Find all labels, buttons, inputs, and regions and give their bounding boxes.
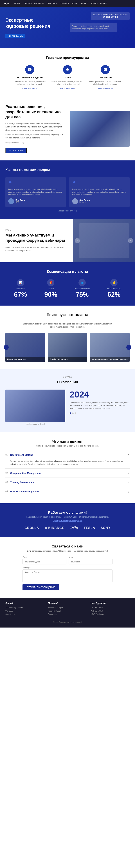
nav-page3[interactable]: PAGE 3 [81, 2, 88, 4]
about-year-text: Lorem ipsum dolor sit amet, consectetur … [70, 401, 130, 410]
footer-col-1-title: Сцарий [5, 602, 44, 604]
talent-card-2-label: Подбор персонала [48, 357, 87, 362]
name-field-group: Name [69, 556, 112, 564]
message-textarea[interactable] [23, 569, 112, 582]
nav-landing[interactable]: LANDING [23, 2, 32, 4]
testimonial-1-text: Lorem ipsum dolor sit amet, consectetur … [8, 188, 63, 196]
hero-phone-label: Звоните 24 часа в сутки 7 дней в неделю [93, 14, 128, 16]
experience-link[interactable]: УЗНАТЬ БОЛЬШЕ [60, 88, 75, 90]
about-dot-1[interactable] [70, 412, 71, 414]
savings-link[interactable]: УЗНАТЬ БОЛЬШЕ [22, 88, 37, 90]
real-solutions-p2: Lorem ipsum dolor sit amet, consectetur … [5, 133, 65, 140]
name-input[interactable] [69, 559, 112, 564]
real-solutions-note: Изображение от Googl [5, 141, 65, 144]
real-solutions-button[interactable]: ЧИТАТЬ ДАЛЕЕ [5, 148, 27, 153]
nav-home[interactable]: HOME [14, 2, 20, 4]
forums-image: ‹ › [73, 219, 135, 262]
flexibility-link[interactable]: УЗНАТЬ БОЛЬШЕ [98, 88, 113, 90]
compensation-section: Компенсации и льготы 📊 Рекрутмент 67% 🎁 … [0, 262, 135, 306]
comp-item-benefits: 🎁 Льготы 90% [44, 279, 57, 298]
about-section: ИЗ ТОГО О компании Изображение от Googl … [0, 369, 135, 432]
nav-page5[interactable]: PAGE 5 [100, 2, 107, 4]
forums-next-button[interactable]: › [128, 238, 133, 243]
forums-section: PAGE Мы активно участвуем и проводим фор… [0, 219, 135, 262]
nav-contact[interactable]: CONTACT [60, 2, 69, 4]
testimonial-2-author: Сэм Лидди Director [72, 198, 127, 204]
savings-text: Lorem ipsum dolor sit amet, consectetur … [13, 80, 46, 86]
about-year: 2024 [70, 390, 130, 400]
message-label: Message [23, 566, 112, 569]
message-field-group: Message [23, 566, 112, 582]
drives-section: Что нами движет Sample Text. Click to ed… [0, 432, 135, 503]
footer-col-1-line-2: Via: 2022 [5, 610, 44, 613]
accordion-num-1: 01. [5, 454, 8, 456]
about-dot-2[interactable] [72, 412, 74, 414]
about-image [5, 390, 65, 422]
footer-col-3-email[interactable]: Info@Email.com [91, 613, 130, 616]
comp-recruitment-label: Рекрутмент [14, 288, 27, 290]
contact-section: Связаться с нами Есть вопросы или нужна … [0, 537, 135, 598]
nav-page4[interactable]: PAGE 4 [91, 2, 98, 4]
about-dot-3[interactable] [75, 412, 76, 414]
partner-logo-binance: ◈ BINANCE [44, 526, 64, 530]
footer-grid: Сцарий All Photos By Takashi Via: 2022 S… [5, 602, 130, 616]
logo[interactable]: logo [4, 2, 9, 5]
nav-page2[interactable]: PAGE 2 [72, 2, 79, 4]
partner-logo-crolla: CROLLA [25, 526, 39, 530]
talent-next-button[interactable]: › [126, 345, 131, 350]
reward-icon: 💰 [110, 279, 117, 286]
testimonial-1-avatar [8, 198, 14, 204]
accordion-num-3: 03. [5, 481, 8, 484]
hero-text-block: Sample large text. Lorem ipsum dolor sit… [65, 23, 130, 32]
testimonial-1-author: Пол Смит CEO [8, 198, 63, 204]
talent-prev-button[interactable]: ‹ [4, 345, 9, 350]
partners-link[interactable]: Проверьте наши рекомендации! [5, 519, 130, 522]
footer-col-2-title: Меньшой [48, 602, 87, 604]
real-solutions-title: Реальные решения, разработанные специаль… [5, 104, 65, 120]
staffing-icon: 👥 [78, 279, 86, 286]
comp-recruitment-value: 67% [14, 291, 27, 298]
accordion-header-1[interactable]: 01. Recruitment Staffing ∧ [5, 451, 130, 460]
nav-about[interactable]: ABOUT US [34, 2, 44, 4]
about-year-column: 2024 Lorem ipsum dolor sit amet, consect… [70, 390, 130, 414]
talent-section: Поиск нужного таланта Lorem ipsum dolor … [0, 306, 135, 369]
accordion-header-4[interactable]: 04. Performance Management ∨ [5, 487, 130, 496]
advantages-grid: ЭКОНОМИЯ СРЕДСТВ Lorem ipsum dolor sit a… [5, 65, 130, 90]
forums-prev-button[interactable]: ‹ [75, 238, 80, 243]
partners-subtitle: Paragraph. Lorem ipsum dolor sit amet, c… [5, 516, 130, 518]
contact-form-row-1: Email Name [23, 556, 112, 564]
accordion-title-2: Compensation Management [10, 472, 127, 474]
accordion-item-3: 03. Training Development ∨ [5, 478, 130, 487]
real-solutions-text: Реальные решения, разработанные специаль… [5, 104, 65, 153]
about-title: О компании [5, 380, 130, 384]
footer-col-1-line-1: All Photos By Takashi [5, 606, 44, 610]
comp-benefits-label: Льготы [44, 288, 57, 290]
testimonial-2-name: Сэм Лидди [79, 199, 90, 201]
accordion-header-3[interactable]: 03. Training Development ∨ [5, 478, 130, 487]
forums-label: PAGE [5, 229, 67, 231]
forums-text-p: Lorem ipsum dolor sit amet, consectetur … [5, 246, 67, 252]
footer-col-3: Наш Адрестос 6th Str.W, New York NY 1001… [91, 602, 130, 616]
accordion-header-2[interactable]: 02. Compensation Management ∨ [5, 468, 130, 477]
footer-col-2-line-3: Sample city [48, 613, 87, 616]
submit-button[interactable]: ОТПРАВИТЬ СООБЩЕНИЕ [23, 584, 59, 590]
partners-logos: CROLLA ◈ BINANCE EVᴲA TESLA SONY [5, 526, 130, 530]
email-input[interactable] [23, 559, 66, 564]
accordion-icon-1: ∧ [127, 453, 130, 457]
nav-team[interactable]: OUR TEAM [46, 2, 57, 4]
comp-item-staffing: 👥 Набор Персонала 75% [75, 279, 90, 298]
footer-col-2-line-2: hagen 123 Bech [48, 610, 87, 613]
advantages-title: Главные преимущества [5, 56, 130, 60]
testimonial-1: ❝ Lorem ipsum dolor sit amet, consectetu… [5, 177, 66, 207]
accordion-item-2: 02. Compensation Management ∨ [5, 468, 130, 478]
talent-card-1-label: Поиск руководства [5, 357, 45, 362]
footer-col-3-line-2: York NY 10013 [91, 610, 130, 613]
testimonial-2-role: Director [79, 201, 90, 203]
about-tag: ИЗ ТОГО [5, 376, 130, 378]
talent-title: Поиск нужного таланта [5, 313, 130, 317]
talent-cards: ‹ Поиск руководства Подбор персонала Инн… [5, 333, 130, 362]
contact-title: Связаться с нами [5, 544, 130, 548]
hero-cta-button[interactable]: ЧИТАТЬ ДАЛЕЕ [5, 34, 25, 38]
testimonial-1-name: Пол Смит [15, 199, 25, 201]
hero-phone-block: Звоните 24 часа в сутки 7 дней в неделю … [91, 12, 130, 20]
